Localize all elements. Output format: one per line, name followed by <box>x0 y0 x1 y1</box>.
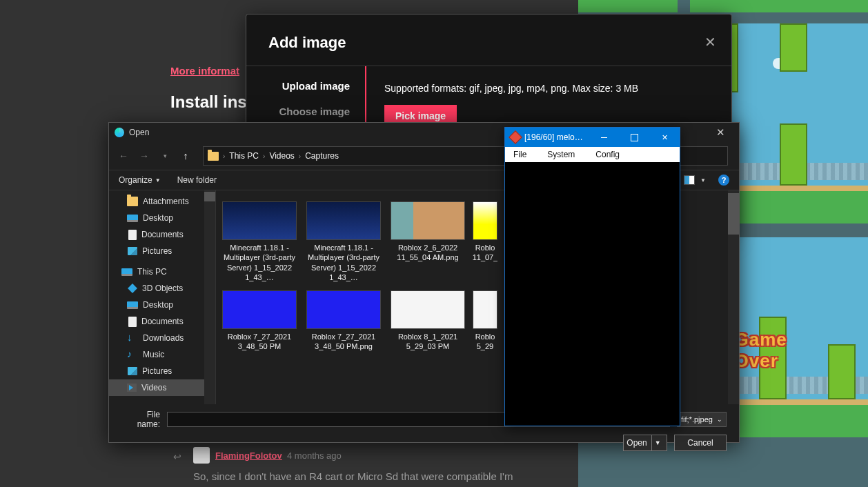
close-button[interactable]: ✕ <box>649 128 680 147</box>
view-options-button[interactable] <box>684 175 695 186</box>
modal-title: Add image <box>246 14 731 66</box>
melonds-icon <box>509 130 522 144</box>
nav-forward-button[interactable]: → <box>135 147 153 165</box>
filename-label: File name: <box>121 410 160 429</box>
melonds-menubar: File System Config <box>505 147 680 162</box>
game-tile <box>578 0 678 12</box>
dialog-close-button[interactable]: ✕ <box>708 126 733 139</box>
tree-desktop[interactable]: Desktop <box>109 210 215 226</box>
view-dropdown-button[interactable]: ▼ <box>698 175 709 186</box>
folder-icon <box>208 152 219 161</box>
install-instructions-heading: Install ins <box>170 92 247 112</box>
comment-body: So, since I don't have an R4 cart or Mic… <box>193 470 513 482</box>
nav-recent-button[interactable]: ▾ <box>156 147 174 165</box>
breadcrumb-videos[interactable]: Videos <box>265 151 298 161</box>
tree-desktop2[interactable]: Desktop <box>109 297 215 313</box>
tree-documents[interactable]: Documents <box>109 226 215 243</box>
file-item[interactable]: Minecraft 1.18.1 - Multiplayer (3rd-part… <box>219 199 300 285</box>
files-scrollbar[interactable] <box>728 190 739 404</box>
melonds-titlebar[interactable]: [196/60] melo… ✕ <box>505 128 680 147</box>
file-item[interactable]: Roblox 8_1_2021 5_29_03 PM <box>387 288 468 355</box>
tree-music[interactable]: ♪Music <box>109 346 215 363</box>
game-tile <box>690 0 868 12</box>
file-item[interactable]: Roblox 7_27_2021 3_48_50 PM <box>219 288 300 355</box>
file-item[interactable]: Roblox 2_6_2022 11_55_04 AM.png <box>387 199 468 285</box>
tree-downloads[interactable]: ↓Downloads <box>109 330 215 346</box>
tree-3d-objects[interactable]: 3D Objects <box>109 280 215 297</box>
tree-pictures2[interactable]: Pictures <box>109 363 215 379</box>
dialog-title: Open <box>129 128 149 137</box>
help-button[interactable]: ? <box>718 175 729 186</box>
folder-tree: Attachments Desktop Documents Pictures T… <box>109 190 216 404</box>
breadcrumb-this-pc[interactable]: This PC <box>225 151 263 161</box>
organize-menu[interactable]: Organize▼ <box>119 175 161 185</box>
tree-attachments[interactable]: Attachments <box>109 193 215 210</box>
nav-up-button[interactable]: ↑ <box>177 147 195 165</box>
filetype-select[interactable]: fif;*.pjpeg⌄ <box>677 412 727 427</box>
format-hint: Supported formats: gif, jpeg, jpg, mp4, … <box>384 83 713 94</box>
menu-config[interactable]: Config <box>591 148 624 161</box>
edge-icon <box>115 128 124 137</box>
cancel-button[interactable]: Cancel <box>674 435 727 451</box>
file-item[interactable]: Minecraft 1.18.1 - Multiplayer (3rd-part… <box>303 199 384 285</box>
tree-pictures[interactable]: Pictures <box>109 243 215 259</box>
tree-videos[interactable]: Videos <box>109 379 215 396</box>
new-folder-button[interactable]: New folder <box>177 175 217 185</box>
open-split-arrow[interactable]: ▼ <box>651 435 664 450</box>
maximize-button[interactable] <box>619 128 649 147</box>
melonds-title-text: [196/60] melo… <box>524 132 589 142</box>
nav-back-button[interactable]: ← <box>115 147 132 165</box>
tree-documents2[interactable]: Documents <box>109 313 215 330</box>
tab-choose-image[interactable]: Choose image <box>246 99 365 124</box>
file-item[interactable]: Roblo 11_07_ <box>471 199 499 285</box>
file-item[interactable]: Roblo 5_29 <box>471 288 499 355</box>
game-over-text: Game Over <box>735 329 824 372</box>
minimize-button[interactable] <box>589 128 619 147</box>
menu-file[interactable]: File <box>509 148 531 161</box>
melonds-window: [196/60] melo… ✕ File System Config <box>504 127 680 426</box>
tree-this-pc[interactable]: This PC <box>109 264 215 280</box>
more-information-link[interactable]: More informat <box>170 65 239 77</box>
breadcrumb-captures[interactable]: Captures <box>301 151 343 161</box>
modal-close-button[interactable]: ✕ <box>704 34 716 50</box>
tab-upload-image[interactable]: Upload image <box>246 73 365 99</box>
open-button[interactable]: Open▼ <box>623 435 667 451</box>
menu-system[interactable]: System <box>543 148 579 161</box>
tree-scrollbar[interactable] <box>204 190 215 404</box>
file-item[interactable]: Roblox 7_27_2021 3_48_50 PM.png <box>303 288 384 355</box>
